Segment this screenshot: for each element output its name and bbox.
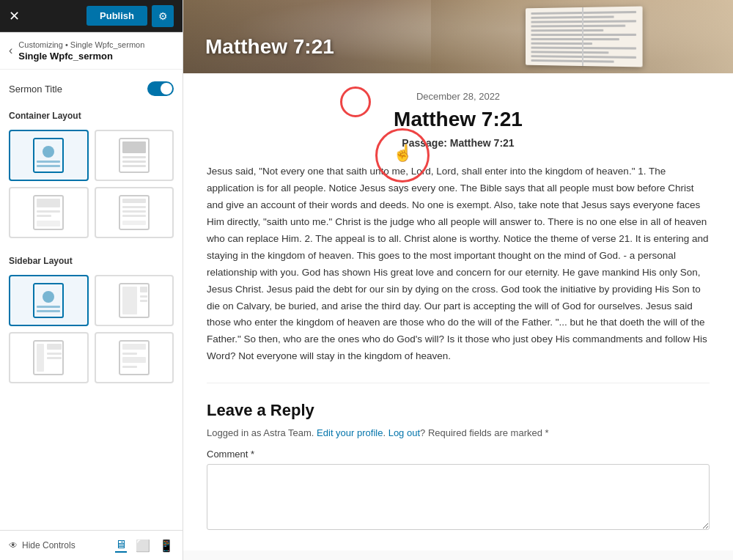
log-out-link[interactable]: Log out	[388, 427, 420, 438]
top-bar: ✕ Publish ⚙	[0, 0, 183, 32]
article-body: December 28, 2022 Matthew 7:21 Passage: …	[183, 73, 733, 550]
hero-image: Matthew 7:21	[183, 0, 733, 73]
svg-rect-30	[37, 344, 44, 372]
device-icons: 🖥 ⬜ 📱	[115, 538, 174, 553]
sermon-title-row: Sermon Title	[9, 81, 174, 96]
hide-controls-label: Hide Controls	[22, 540, 75, 550]
container-layout-card-4[interactable]	[95, 187, 174, 238]
svg-rect-36	[122, 353, 137, 355]
tablet-icon[interactable]: ⬜	[136, 538, 150, 553]
svg-rect-15	[122, 199, 146, 203]
svg-rect-7	[122, 161, 146, 163]
sidebar-layout-card-3[interactable]	[9, 332, 89, 383]
publish-area: Publish ⚙	[86, 5, 174, 27]
svg-rect-5	[122, 141, 146, 153]
panel-content: Sermon Title Container Layout	[0, 70, 183, 530]
svg-rect-10	[37, 199, 60, 207]
svg-rect-17	[122, 210, 146, 213]
post-body-text: Jesus said, "Not every one that saith un…	[207, 163, 710, 365]
svg-rect-3	[37, 165, 60, 167]
logged-in-text: Logged in as Astra Team. Edit your profi…	[207, 427, 710, 438]
sidebar-layout-grid	[9, 275, 174, 383]
svg-rect-35	[122, 344, 146, 350]
breadcrumb-text-area: Customizing • Single Wpfc_sermon Single …	[18, 40, 144, 62]
svg-rect-18	[122, 215, 146, 217]
svg-rect-8	[122, 165, 146, 167]
post-title: Matthew 7:21	[207, 108, 710, 131]
svg-point-21	[43, 291, 54, 303]
desktop-icon[interactable]: 🖥	[115, 538, 127, 553]
mobile-icon[interactable]: 📱	[159, 538, 174, 553]
svg-rect-13	[37, 221, 60, 226]
svg-rect-38	[122, 366, 137, 368]
svg-rect-12	[37, 215, 51, 217]
svg-rect-6	[122, 156, 146, 158]
svg-point-1	[43, 146, 54, 158]
comment-label: Comment *	[207, 449, 710, 460]
svg-rect-32	[47, 353, 62, 355]
sidebar-layout-card-4[interactable]	[95, 332, 174, 383]
breadcrumb: ‹ Customizing • Single Wpfc_sermon Singl…	[0, 32, 183, 70]
container-layout-card-2[interactable]	[95, 130, 174, 181]
publish-button[interactable]: Publish	[86, 6, 147, 26]
container-layout-label: Container Layout	[9, 111, 174, 121]
svg-rect-25	[122, 287, 137, 314]
hero-title: Matthew 7:21	[205, 35, 334, 59]
sermon-title-toggle[interactable]	[147, 81, 174, 96]
eye-icon: 👁	[9, 540, 18, 550]
svg-rect-33	[47, 357, 62, 359]
close-button[interactable]: ✕	[9, 10, 20, 23]
breadcrumb-title: Single Wpfc_sermon	[18, 51, 144, 62]
svg-rect-31	[47, 344, 62, 350]
comment-textarea[interactable]	[207, 464, 710, 530]
book-lines	[526, 7, 643, 70]
book-decoration	[431, 0, 734, 73]
edit-profile-link[interactable]: Edit your profile	[317, 427, 383, 438]
svg-rect-19	[122, 221, 146, 225]
svg-rect-22	[37, 306, 60, 308]
left-panel: ✕ Publish ⚙ ‹ Customizing • Single Wpfc_…	[0, 0, 183, 560]
comments-section: Leave a Reply Logged in as Astra Team. E…	[207, 383, 710, 533]
comments-title: Leave a Reply	[207, 401, 710, 420]
svg-rect-16	[122, 206, 146, 208]
svg-rect-23	[37, 310, 60, 312]
container-layout-grid	[9, 130, 174, 238]
post-date: December 28, 2022	[207, 91, 710, 102]
passage-value: Matthew 7:21	[450, 137, 515, 149]
book-pages	[526, 7, 643, 67]
container-layout-card-1[interactable]	[9, 130, 89, 181]
sermon-title-label: Sermon Title	[9, 84, 62, 95]
passage-label: Passage:	[402, 137, 446, 149]
svg-rect-11	[37, 210, 60, 213]
svg-rect-37	[122, 357, 146, 363]
back-button[interactable]: ‹	[9, 44, 12, 57]
svg-rect-26	[140, 287, 147, 292]
post-passage: Passage: Matthew 7:21	[207, 137, 710, 149]
sidebar-layout-card-2[interactable]	[95, 275, 174, 326]
book-spine	[582, 7, 583, 66]
hide-controls-button[interactable]: 👁 Hide Controls	[9, 540, 75, 550]
sidebar-layout-label: Sidebar Layout	[9, 256, 174, 266]
bottom-bar: 👁 Hide Controls 🖥 ⬜ 📱	[0, 530, 183, 560]
right-panel: ☝ M	[183, 0, 733, 560]
sidebar-layout-card-1[interactable]	[9, 275, 89, 326]
svg-rect-2	[37, 161, 60, 163]
gear-button[interactable]: ⚙	[152, 5, 174, 27]
container-layout-card-3[interactable]	[9, 187, 89, 238]
svg-rect-28	[140, 300, 147, 302]
svg-rect-27	[140, 295, 147, 298]
breadcrumb-subtitle: Customizing • Single Wpfc_sermon	[18, 40, 144, 51]
